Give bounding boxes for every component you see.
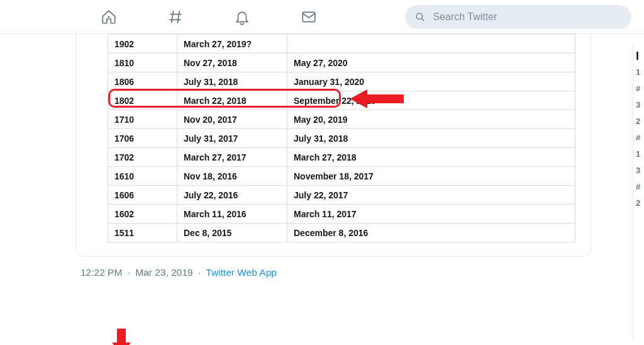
table-row: 1902March 27, 2019?: [108, 35, 575, 54]
sidebar-fragment: #: [636, 81, 644, 97]
table-row: 1810Nov 27, 2018May 27, 2020: [108, 54, 575, 72]
table-cell: September 22, 2019: [287, 91, 575, 110]
sidebar-fragment: 2: [636, 113, 644, 130]
table-row: 1606July 22, 2016July 22, 2017: [108, 186, 575, 205]
table-cell: November 18, 2017: [287, 167, 575, 186]
explore-icon[interactable]: [167, 9, 184, 25]
table-cell: July 22, 2017: [287, 186, 575, 205]
table-cell: 1902: [108, 35, 177, 54]
search-input[interactable]: [433, 11, 621, 23]
table-row: 1702March 27, 2017March 27, 2018: [108, 148, 575, 167]
annotation-arrow-down: [111, 329, 132, 345]
notifications-icon[interactable]: [234, 9, 250, 25]
table-cell: May 20, 2019: [287, 110, 575, 129]
table-cell: July 22, 2016: [177, 186, 287, 205]
table-cell: March 27, 2019?: [177, 35, 287, 54]
table-cell: 1606: [108, 186, 177, 205]
right-sidebar-edge: I 1#32#13#2: [633, 44, 644, 340]
table-cell: March 11, 2017: [287, 205, 575, 223]
table-container: 1902March 27, 2019?1810Nov 27, 2018May 2…: [108, 34, 575, 242]
table-row: 1511Dec 8, 2015December 8, 2016: [108, 223, 575, 242]
svg-rect-1: [303, 12, 315, 21]
table-cell: July 31, 2017: [177, 129, 287, 148]
sidebar-fragment: #: [636, 179, 644, 195]
table-cell: 1610: [108, 167, 177, 186]
tweet-source-app[interactable]: Twitter Web App: [206, 267, 277, 278]
table-cell: January 31, 2020: [287, 72, 575, 91]
table-cell: Nov 20, 2017: [177, 110, 287, 129]
svg-marker-3: [350, 89, 404, 108]
table-cell: 1511: [108, 223, 177, 242]
svg-point-2: [416, 13, 423, 19]
table-row: 1602March 11, 2016March 11, 2017: [108, 205, 575, 223]
search-container[interactable]: [405, 5, 631, 29]
messages-icon[interactable]: [301, 9, 317, 25]
top-nav: [0, 0, 644, 34]
table-cell: Dec 8, 2015: [177, 223, 287, 242]
sidebar-fragment: 3: [636, 97, 644, 113]
table-cell: March 22, 2018: [177, 91, 287, 110]
sidebar-header-fragment: I: [633, 48, 644, 64]
table-cell: 1802: [108, 91, 177, 110]
search-icon: [415, 11, 425, 23]
table-cell: July 31, 2018: [177, 72, 287, 91]
svg-point-0: [108, 16, 109, 18]
tweet-meta: 12:22 PM · Mar 23, 2019 · Twitter Web Ap…: [80, 267, 644, 278]
tweet-time[interactable]: 12:22 PM: [80, 267, 122, 278]
table-row: 1610Nov 18, 2016November 18, 2017: [108, 167, 575, 186]
table-cell: March 27, 2018: [287, 148, 575, 167]
table-cell: July 31, 2018: [287, 129, 575, 148]
tweet-content: 1902March 27, 2019?1810Nov 27, 2018May 2…: [0, 34, 644, 278]
table-cell: December 8, 2016: [287, 223, 575, 242]
table-row: 1802March 22, 2018September 22, 2019: [108, 91, 575, 110]
table-cell: March 27, 2017: [177, 148, 287, 167]
table-row: 1710Nov 20, 2017May 20, 2019: [108, 110, 575, 129]
table-cell: March 11, 2016: [177, 205, 287, 223]
table-cell: 1702: [108, 148, 177, 167]
sidebar-fragment: 1: [636, 146, 644, 162]
tweet-date[interactable]: Mar 23, 2019: [135, 267, 192, 278]
version-table: 1902March 27, 2019?1810Nov 27, 2018May 2…: [108, 34, 575, 242]
table-cell: [287, 35, 575, 54]
table-cell: 1706: [108, 129, 177, 148]
table-cell: 1810: [108, 54, 177, 72]
table-cell: 1710: [108, 110, 177, 129]
sidebar-fragment: 2: [636, 195, 644, 212]
separator: ·: [198, 267, 201, 278]
table-cell: May 27, 2020: [287, 54, 575, 72]
table-cell: Nov 27, 2018: [177, 54, 287, 72]
sidebar-fragment: 3: [636, 162, 644, 179]
table-row: 1706July 31, 2017July 31, 2018: [108, 129, 575, 148]
table-row: 1806July 31, 2018January 31, 2020: [108, 72, 575, 91]
table-cell: 1806: [108, 72, 177, 91]
tweet-card: 1902March 27, 2019?1810Nov 27, 2018May 2…: [75, 34, 591, 257]
annotation-arrow-right: [350, 88, 404, 112]
nav-icon-row: [101, 9, 317, 25]
separator: ·: [128, 267, 130, 278]
sidebar-fragment: #: [636, 130, 644, 146]
home-icon[interactable]: [101, 9, 117, 25]
sidebar-fragment: 1: [636, 64, 644, 81]
table-cell: 1602: [108, 205, 177, 223]
svg-marker-4: [112, 329, 131, 345]
table-cell: Nov 18, 2016: [177, 167, 287, 186]
